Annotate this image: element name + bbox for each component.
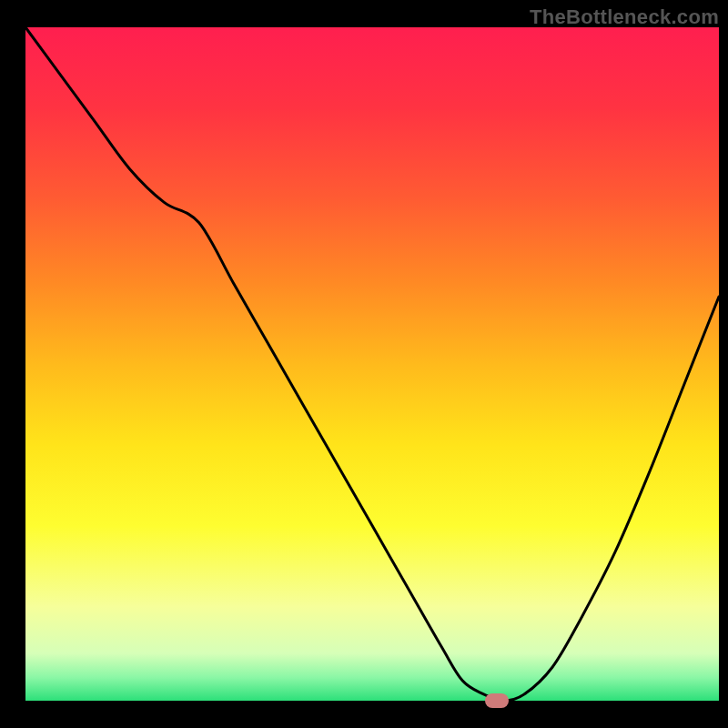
chart-stage: TheBottleneck.com xyxy=(0,0,728,728)
plot-background xyxy=(25,27,719,701)
bottleneck-chart xyxy=(0,0,728,728)
watermark-text: TheBottleneck.com xyxy=(530,5,719,29)
optimal-marker xyxy=(485,693,509,708)
